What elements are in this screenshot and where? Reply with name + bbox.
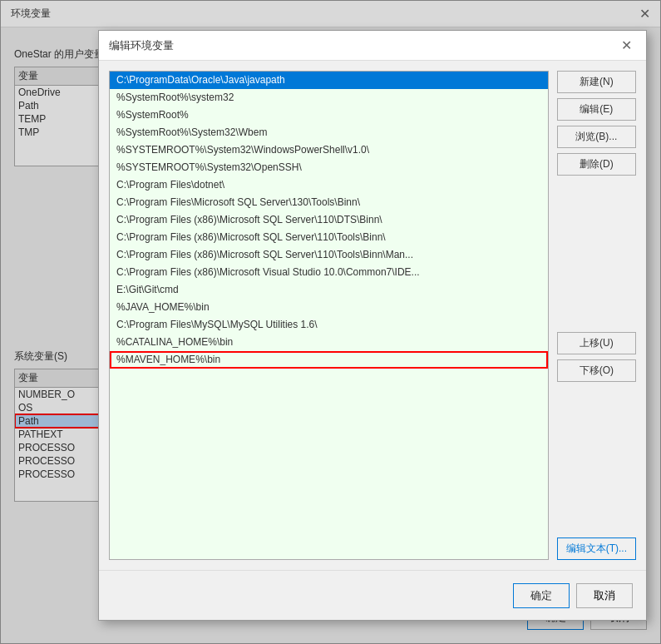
path-list-item[interactable]: %SystemRoot%\System32\Wbem — [110, 124, 548, 141]
path-list-item[interactable]: %SystemRoot% — [110, 107, 548, 124]
path-list-item[interactable]: %MAVEN_HOME%\bin — [110, 351, 548, 369]
path-list-item[interactable]: %SYSTEMROOT%\System32\OpenSSH\ — [110, 159, 548, 176]
dialog-body: C:\ProgramData\Oracle\Java\javapath%Syst… — [99, 61, 646, 570]
new-button[interactable]: 新建(N) — [557, 71, 636, 93]
path-list-item[interactable]: C:\ProgramData\Oracle\Java\javapath — [110, 72, 548, 89]
dialog-titlebar: 编辑环境变量 ✕ — [99, 31, 646, 61]
move-down-button[interactable]: 下移(O) — [557, 359, 636, 382]
path-list[interactable]: C:\ProgramData\Oracle\Java\javapath%Syst… — [109, 71, 549, 560]
path-list-item[interactable]: C:\Program Files\Microsoft SQL Server\13… — [110, 194, 548, 211]
edit-env-dialog: 编辑环境变量 ✕ C:\ProgramData\Oracle\Java\java… — [98, 30, 647, 621]
delete-button[interactable]: 删除(D) — [557, 153, 636, 176]
dialog-title: 编辑环境变量 — [109, 38, 174, 53]
edit-text-button[interactable]: 编辑文本(T)... — [557, 537, 636, 560]
dialog-action-buttons: 新建(N) 编辑(E) 浏览(B)... 删除(D) 上移(U) 下移(O) 编… — [557, 71, 636, 560]
path-list-item[interactable]: C:\Program Files (x86)\Microsoft Visual … — [110, 264, 548, 281]
path-list-item[interactable]: %SystemRoot%\system32 — [110, 89, 548, 107]
dialog-footer: 确定 取消 — [99, 570, 646, 620]
move-up-button[interactable]: 上移(U) — [557, 332, 636, 354]
path-list-item[interactable]: C:\Program Files (x86)\Microsoft SQL Ser… — [110, 229, 548, 246]
browse-button[interactable]: 浏览(B)... — [557, 126, 636, 148]
dialog-ok-button[interactable]: 确定 — [513, 583, 570, 608]
dialog-close-button[interactable]: ✕ — [616, 36, 636, 56]
dialog-close-icon: ✕ — [621, 37, 632, 53]
path-list-item[interactable]: E:\Git\Git\cmd — [110, 281, 548, 299]
path-list-item[interactable]: C:\Program Files\MySQL\MySQL Utilities 1… — [110, 316, 548, 334]
path-list-item[interactable]: C:\Program Files (x86)\Microsoft SQL Ser… — [110, 246, 548, 264]
path-list-item[interactable]: %JAVA_HOME%\bin — [110, 299, 548, 316]
path-list-item[interactable]: %SYSTEMROOT%\System32\WindowsPowerShell\… — [110, 141, 548, 159]
path-list-item[interactable]: C:\Program Files\dotnet\ — [110, 176, 548, 194]
path-list-item[interactable]: C:\Program Files (x86)\Microsoft SQL Ser… — [110, 211, 548, 229]
path-list-item[interactable]: %CATALINA_HOME%\bin — [110, 334, 548, 351]
dialog-cancel-button[interactable]: 取消 — [576, 583, 633, 608]
edit-button[interactable]: 编辑(E) — [557, 98, 636, 121]
